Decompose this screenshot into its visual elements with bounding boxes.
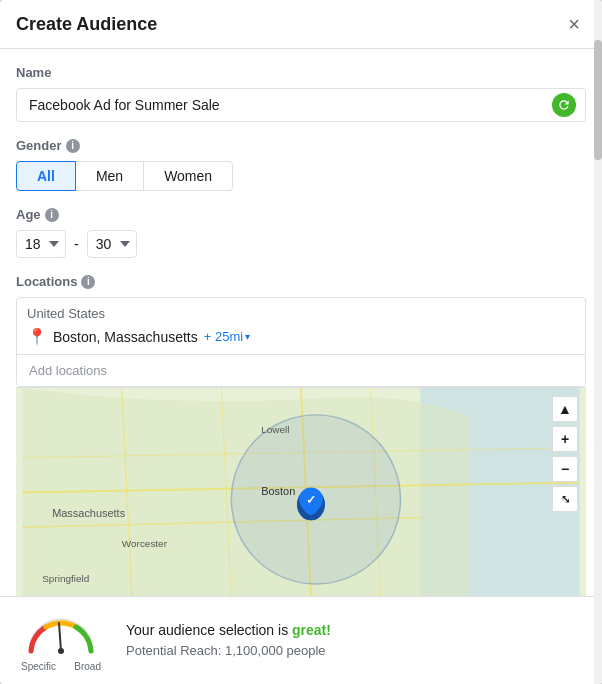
gender-label: Gender i (16, 138, 586, 153)
gender-all-button[interactable]: All (16, 161, 76, 191)
scrollbar-track[interactable] (594, 0, 602, 684)
locations-box: United States 📍 Boston, Massachusetts + … (16, 297, 586, 387)
dialog-footer: Specific Broad Your audience selection i… (0, 596, 602, 684)
svg-text:Lowell: Lowell (261, 424, 289, 435)
gender-men-button[interactable]: Men (75, 161, 144, 191)
close-button[interactable]: × (562, 12, 586, 36)
svg-text:✓: ✓ (306, 493, 316, 507)
age-min-select[interactable]: 18 21 25 30 (16, 230, 66, 258)
svg-point-20 (58, 648, 64, 654)
age-max-select[interactable]: 18 21 25 30 35 (87, 230, 137, 258)
locations-field-group: Locations i United States 📍 Boston, Mass… (16, 274, 586, 596)
locations-label: Locations i (16, 274, 586, 289)
location-pin-icon: 📍 (27, 327, 47, 346)
footer-text: Your audience selection is great! Potent… (126, 620, 586, 661)
gauge-container: Specific Broad (16, 609, 106, 672)
age-field-group: Age i 18 21 25 30 - 18 21 25 30 35 (16, 207, 586, 258)
map-zoom-in-button[interactable]: + (552, 426, 578, 452)
gender-women-button[interactable]: Women (143, 161, 233, 191)
location-country: United States (27, 306, 575, 321)
refresh-icon[interactable] (552, 93, 576, 117)
dialog-header: Create Audience × (0, 0, 602, 49)
age-dash: - (74, 236, 79, 252)
gauge-label: Specific Broad (21, 661, 101, 672)
dialog-title: Create Audience (16, 14, 157, 35)
map-fullscreen-button[interactable]: ⤡ (552, 486, 578, 512)
gauge-broad-label: Broad (74, 661, 101, 672)
gauge-specific-label: Specific (21, 661, 56, 672)
svg-text:Worcester: Worcester (122, 538, 168, 549)
audience-quality-text: Your audience selection is great! (126, 620, 586, 641)
location-name: Boston, Massachusetts (53, 329, 198, 345)
reach-value: 1,100,000 people (225, 643, 325, 658)
name-input-wrapper (16, 88, 586, 122)
map-controls: ▲ + − ⤡ (552, 396, 578, 512)
add-locations-input[interactable]: Add locations (17, 355, 585, 386)
svg-line-19 (59, 623, 61, 651)
svg-text:Massachusetts: Massachusetts (52, 507, 125, 519)
gender-info-icon: i (66, 139, 80, 153)
map-zoom-out-button[interactable]: − (552, 456, 578, 482)
location-item: 📍 Boston, Massachusetts + 25mi (27, 327, 575, 346)
age-row: 18 21 25 30 - 18 21 25 30 35 (16, 230, 586, 258)
gender-field-group: Gender i All Men Women (16, 138, 586, 191)
map-svg: Boston Lowell Massachusetts Worcester Sp… (16, 388, 586, 596)
locations-info-icon: i (81, 275, 95, 289)
map-pan-up-button[interactable]: ▲ (552, 396, 578, 422)
dialog-body: Name Gender i All Men Women (0, 49, 602, 596)
location-radius-selector[interactable]: + 25mi (204, 329, 250, 344)
scrollbar-thumb[interactable] (594, 40, 602, 160)
age-label: Age i (16, 207, 586, 222)
audience-quality-badge: great! (292, 622, 331, 638)
name-input[interactable] (16, 88, 586, 122)
create-audience-dialog: Create Audience × Name Gender i (0, 0, 602, 684)
gender-button-group: All Men Women (16, 161, 586, 191)
map-pan-controls: ▲ (552, 396, 578, 422)
name-field-group: Name (16, 65, 586, 122)
svg-text:Springfield: Springfield (42, 573, 89, 584)
name-label: Name (16, 65, 586, 80)
locations-scroll[interactable]: United States 📍 Boston, Massachusetts + … (17, 298, 585, 355)
potential-reach-text: Potential Reach: 1,100,000 people (126, 641, 586, 661)
map-container: Boston Lowell Massachusetts Worcester Sp… (16, 387, 586, 596)
gauge-svg (21, 609, 101, 659)
age-info-icon: i (45, 208, 59, 222)
svg-text:Boston: Boston (261, 485, 295, 497)
locations-inner: United States 📍 Boston, Massachusetts + … (17, 298, 585, 354)
